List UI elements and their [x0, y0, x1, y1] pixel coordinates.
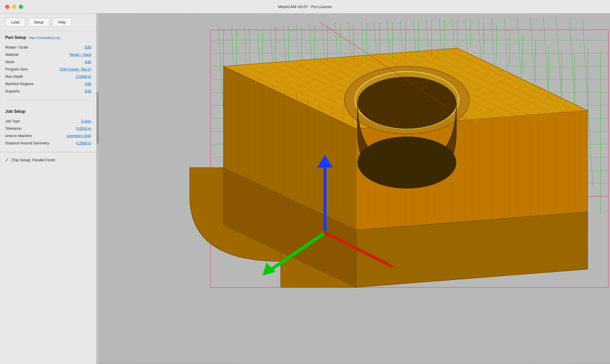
tolerance-row: Tolerance: 0.0010 in	[5, 125, 91, 132]
job-setup-section: Job Setup Job Type 3-Axis Tolerance: 0.0…	[0, 104, 96, 149]
stock-label: Stock	[5, 60, 14, 64]
area-label: Area to Machine	[5, 134, 32, 138]
job-type-value[interactable]: 3-Axis	[81, 119, 91, 123]
material-value[interactable]: Wood – Hard	[70, 52, 91, 57]
max-depth-row: Max Depth 0.5906 in	[5, 73, 91, 80]
divider-1	[5, 101, 91, 101]
machine-regions-label: Machine Regions	[5, 82, 33, 86]
program-zero-row: Program Zero (SW Corner, Top Z)	[5, 66, 91, 73]
job-type-label: Job Type	[5, 119, 20, 123]
op-checkmark: ✓	[5, 157, 9, 162]
svg-point-103	[357, 77, 456, 129]
window-title: MeshCAM V9.07 - Pro License	[278, 4, 332, 9]
part-setup-header: Part Setup https://crackedkey.org/	[5, 35, 91, 40]
window-controls	[5, 5, 23, 9]
part-setup-url[interactable]: https://crackedkey.org/	[29, 36, 60, 40]
tolerance-label: Tolerance:	[5, 126, 22, 131]
supports-label: Supports	[5, 89, 20, 93]
part-setup-section: Part Setup https://crackedkey.org/ Rotat…	[0, 31, 96, 97]
area-value[interactable]: Geometry Only	[67, 134, 91, 138]
area-row: Area to Machine Geometry Only	[5, 132, 91, 139]
rotate-scale-row: Rotate / Scale Edit	[5, 44, 91, 51]
toolbar: Load Setup Help	[0, 14, 96, 31]
scrollbar[interactable]	[97, 14, 99, 364]
tolerance-value[interactable]: 0.0010 in	[76, 126, 91, 131]
supports-row: Supports Edit	[5, 87, 91, 95]
job-type-row: Job Type 3-Axis	[5, 118, 91, 125]
maximize-button[interactable]	[19, 5, 23, 9]
material-row: Material Wood – Hard	[5, 51, 91, 58]
rotate-scale-value[interactable]: Edit	[85, 45, 91, 49]
sidebar: Load Setup Help Part Setup https://crack…	[0, 14, 97, 364]
minimize-button[interactable]	[12, 5, 16, 9]
setup-button[interactable]: Setup	[28, 18, 50, 27]
rotate-scale-label: Rotate / Scale	[5, 45, 28, 49]
scroll-thumb[interactable]	[97, 92, 99, 144]
list-item[interactable]: ✓ [Top Setup] Parallel Finish	[4, 155, 92, 165]
distance-row: Distance Around Geometry 0.2500 in	[5, 139, 91, 147]
scene	[99, 14, 610, 364]
svg-point-104	[357, 137, 456, 189]
help-button[interactable]: Help	[52, 18, 72, 27]
material-label: Material	[5, 52, 18, 57]
stock-row: Stock Edit	[5, 58, 91, 66]
supports-value[interactable]: Edit	[85, 89, 91, 93]
scene-svg	[99, 14, 610, 364]
program-zero-label: Program Zero	[5, 67, 28, 71]
viewport[interactable]	[99, 14, 610, 364]
job-setup-title: Job Setup	[5, 108, 91, 118]
load-button[interactable]: Load	[5, 18, 25, 27]
max-depth-label: Max Depth	[5, 74, 23, 79]
op-name: [Top Setup] Parallel Finish	[12, 158, 55, 162]
distance-label: Distance Around Geometry	[5, 141, 49, 145]
close-button[interactable]	[5, 5, 9, 9]
machine-regions-row: Machine Regions Edit	[5, 80, 91, 87]
distance-value[interactable]: 0.2500 in	[76, 141, 91, 145]
part-setup-title: Part Setup	[5, 35, 26, 40]
program-zero-value[interactable]: (SW Corner, Top Z)	[60, 67, 91, 71]
machine-regions-value[interactable]: Edit	[85, 82, 91, 86]
titlebar: MeshCAM V9.07 - Pro License	[0, 0, 610, 14]
operations-section: ✓ [Top Setup] Parallel Finish	[0, 152, 96, 364]
main-layout: Load Setup Help Part Setup https://crack…	[0, 14, 610, 364]
max-depth-value[interactable]: 0.5906 in	[76, 74, 91, 79]
stock-value[interactable]: Edit	[85, 60, 91, 64]
